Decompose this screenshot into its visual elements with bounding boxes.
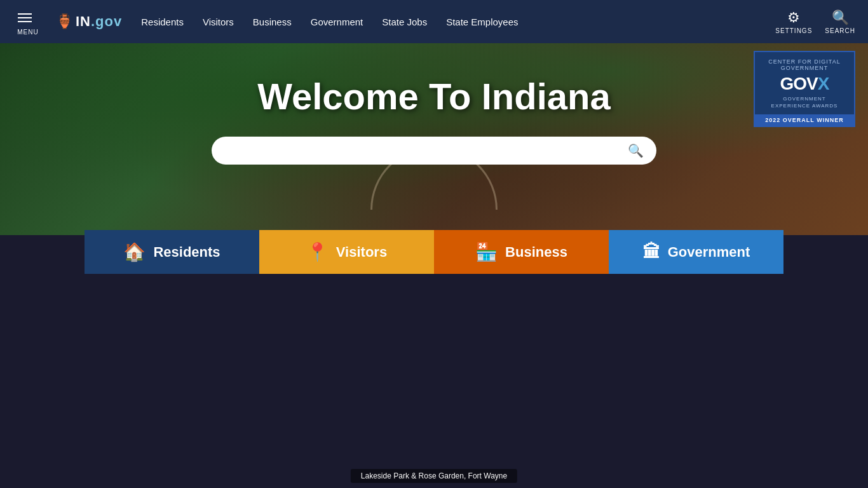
govx-logo: GOVX: [764, 74, 845, 94]
govx-award-badge[interactable]: CENTER FOR DIGITAL GOVERNMENT GOVX GOVER…: [754, 51, 855, 127]
site-logo[interactable]: 🏺 IN.gov: [56, 13, 122, 30]
menu-label: MENU: [17, 29, 38, 36]
category-tabs: 🏠 Residents 📍 Visitors 🏪 Business 🏛 Gove…: [85, 230, 783, 274]
government-tab-icon: 🏛: [642, 241, 660, 262]
hero-content: Welcome To Indiana 🔍: [0, 43, 868, 165]
header: MENU 🏺 IN.gov Residents Visitors Busines…: [0, 0, 868, 43]
hero-search-bar: 🔍: [212, 137, 656, 165]
nav-residents[interactable]: Residents: [141, 14, 184, 30]
nav-business[interactable]: Business: [253, 14, 292, 30]
search-header-button[interactable]: 🔍 SEARCH: [825, 10, 855, 34]
tab-visitors[interactable]: 📍 Visitors: [259, 230, 434, 274]
visitors-tab-label: Visitors: [336, 244, 387, 261]
government-tab-label: Government: [668, 244, 750, 261]
tab-residents[interactable]: 🏠 Residents: [85, 230, 259, 274]
settings-label: SETTINGS: [775, 27, 812, 34]
business-tab-label: Business: [505, 244, 567, 261]
tab-business[interactable]: 🏪 Business: [434, 230, 609, 274]
photo-caption: Lakeside Park & Rose Garden, Fort Wayne: [351, 469, 517, 483]
logo-text: IN.gov: [76, 13, 122, 30]
business-tab-icon: 🏪: [475, 241, 498, 262]
govx-subtitle: GOVERNMENT EXPERIENCE AWARDS: [764, 95, 845, 109]
govx-top-label: CENTER FOR DIGITAL GOVERNMENT: [764, 58, 845, 71]
main-nav: Residents Visitors Business Government S…: [141, 14, 775, 30]
nav-state-jobs[interactable]: State Jobs: [382, 14, 427, 30]
hero-search-input[interactable]: [224, 145, 628, 156]
visitors-tab-icon: 📍: [306, 241, 329, 262]
residents-tab-label: Residents: [153, 244, 220, 261]
govx-gov-text: GOV: [780, 74, 818, 93]
category-tabs-section: 🏠 Residents 📍 Visitors 🏪 Business 🏛 Gove…: [85, 230, 783, 274]
nav-government[interactable]: Government: [311, 14, 363, 30]
hamburger-icon: [13, 8, 37, 27]
settings-button[interactable]: ⚙ SETTINGS: [775, 10, 812, 34]
logo-dotgov: .gov: [91, 13, 122, 29]
search-header-icon: 🔍: [832, 10, 849, 26]
nav-visitors[interactable]: Visitors: [203, 14, 234, 30]
tab-government[interactable]: 🏛 Government: [609, 230, 783, 274]
govx-x-text: X: [818, 74, 829, 93]
govx-winner-label: 2022 OVERALL WINNER: [755, 114, 854, 126]
gear-icon: ⚙: [787, 10, 800, 26]
header-actions: ⚙ SETTINGS 🔍 SEARCH: [775, 10, 855, 34]
residents-tab-icon: 🏠: [123, 241, 146, 262]
hero-search-icon[interactable]: 🔍: [628, 143, 644, 158]
logo-in: IN: [76, 13, 91, 29]
nav-state-employees[interactable]: State Employees: [446, 14, 518, 30]
search-header-label: SEARCH: [825, 27, 855, 34]
menu-button[interactable]: MENU: [13, 8, 43, 36]
indiana-state-icon: 🏺: [56, 13, 73, 30]
hero-title: Welcome To Indiana: [257, 75, 610, 118]
